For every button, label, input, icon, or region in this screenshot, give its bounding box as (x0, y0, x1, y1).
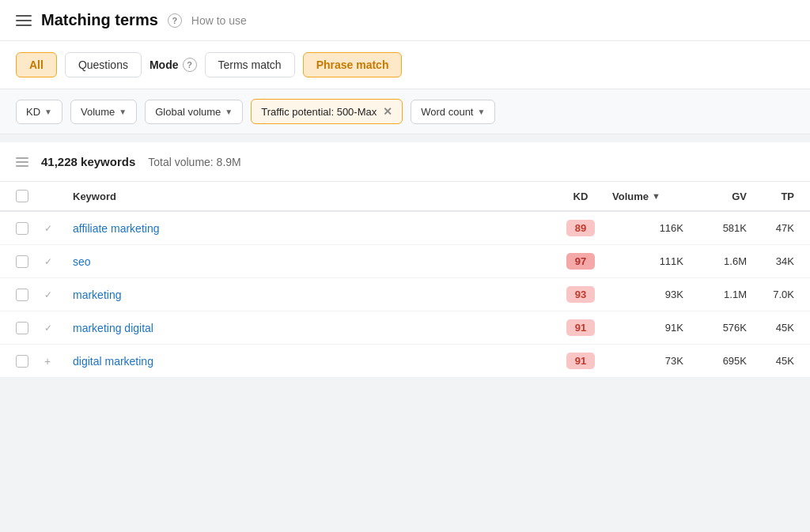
row-checkbox-1[interactable] (16, 255, 28, 268)
volume-cell-0: 116K (612, 222, 683, 234)
volume-cell-4: 73K (612, 355, 683, 367)
keyword-link-1[interactable]: seo (73, 255, 549, 268)
col-kd-header: KD (549, 191, 612, 202)
col-gv-header: GV (683, 191, 747, 202)
page-title: Matching terms (41, 11, 158, 29)
col-tp-header: TP (747, 191, 794, 202)
col-keyword-header: Keyword (73, 191, 549, 202)
col-volume-header[interactable]: Volume ▼ (612, 191, 683, 202)
word-count-dropdown[interactable]: Word count ▼ (411, 100, 495, 124)
row-status-icon-1: ✓ (44, 256, 73, 267)
tab-terms-match[interactable]: Terms match (205, 52, 295, 77)
row-checkbox-4[interactable] (16, 355, 28, 368)
tab-all[interactable]: All (16, 52, 57, 77)
tab-phrase-match[interactable]: Phrase match (303, 52, 403, 77)
mode-label: Mode ? (150, 58, 197, 72)
hamburger-menu-icon[interactable] (16, 15, 32, 26)
row-checkbox-2[interactable] (16, 289, 28, 301)
keywords-count: 41,228 keywords (41, 155, 135, 168)
gv-cell-0: 581K (683, 222, 747, 234)
traffic-filter[interactable]: Traffic potential: 500-Max ✕ (251, 99, 403, 124)
gv-cell-4: 695K (683, 355, 747, 367)
row-status-icon-2: ✓ (44, 289, 73, 300)
table-header: Keyword KD Volume ▼ GV TP (0, 182, 810, 212)
keyword-link-3[interactable]: marketing digital (73, 322, 549, 334)
word-count-chevron-icon: ▼ (477, 108, 485, 116)
table-row: ✓ marketing 93 93K 1.1M 7.0K (0, 278, 810, 311)
tp-cell-0: 47K (747, 222, 794, 234)
keywords-table: Keyword KD Volume ▼ GV TP ✓ affiliate ma… (0, 182, 810, 378)
row-checkbox-3[interactable] (16, 322, 28, 334)
keyword-link-2[interactable]: marketing (73, 289, 549, 301)
filter-bar: All Questions Mode ? Terms match Phrase … (0, 41, 810, 89)
tp-cell-3: 45K (747, 322, 794, 334)
table-rows-container: ✓ affiliate marketing 89 116K 581K 47K ✓… (0, 212, 810, 378)
global-volume-chevron-icon: ▼ (225, 108, 233, 116)
volume-cell-3: 91K (612, 322, 683, 334)
second-filter-bar: KD ▼ Volume ▼ Global volume ▼ Traffic po… (0, 89, 810, 134)
row-status-icon-4: + (44, 355, 73, 368)
table-row: + digital marketing 91 73K 695K 45K (0, 345, 810, 378)
table-row: ✓ affiliate marketing 89 116K 581K 47K (0, 212, 810, 245)
row-checkbox-0[interactable] (16, 222, 28, 235)
kd-cell-4: 91 (549, 353, 612, 369)
global-volume-dropdown[interactable]: Global volume ▼ (145, 100, 243, 124)
row-status-icon-3: ✓ (44, 323, 73, 334)
help-icon[interactable]: ? (168, 13, 182, 28)
row-status-icon-0: ✓ (44, 223, 73, 234)
kd-cell-3: 91 (549, 319, 612, 336)
kd-chevron-icon: ▼ (44, 108, 52, 116)
keyword-link-0[interactable]: affiliate marketing (73, 222, 549, 235)
gv-cell-3: 576K (683, 322, 747, 334)
tab-questions[interactable]: Questions (65, 52, 142, 77)
kd-cell-0: 89 (549, 220, 612, 236)
gv-cell-1: 1.6M (683, 255, 747, 267)
select-all-checkbox[interactable] (16, 190, 28, 202)
volume-chevron-icon: ▼ (119, 108, 127, 116)
table-row: ✓ marketing digital 91 91K 576K 45K (0, 311, 810, 345)
volume-sort-icon: ▼ (652, 191, 660, 201)
summary-icon (16, 157, 28, 167)
volume-cell-1: 111K (612, 255, 683, 267)
volume-dropdown[interactable]: Volume ▼ (70, 100, 137, 124)
kd-cell-1: 97 (549, 253, 612, 270)
tp-cell-1: 34K (747, 255, 794, 267)
tp-cell-2: 7.0K (747, 289, 794, 300)
kd-dropdown[interactable]: KD ▼ (16, 100, 62, 124)
top-bar: Matching terms ? How to use (0, 0, 810, 41)
mode-help-icon[interactable]: ? (183, 58, 197, 72)
tp-cell-4: 45K (747, 355, 794, 367)
total-volume: Total volume: 8.9M (148, 156, 241, 168)
summary-bar: 41,228 keywords Total volume: 8.9M (0, 142, 810, 182)
traffic-filter-close-icon[interactable]: ✕ (383, 105, 392, 118)
kd-cell-2: 93 (549, 286, 612, 303)
how-to-use-link[interactable]: How to use (191, 14, 247, 27)
table-row: ✓ seo 97 111K 1.6M 34K (0, 245, 810, 278)
gv-cell-2: 1.1M (683, 289, 747, 300)
traffic-filter-label: Traffic potential: 500-Max (261, 106, 377, 118)
keyword-link-4[interactable]: digital marketing (73, 355, 549, 368)
volume-cell-2: 93K (612, 289, 683, 300)
